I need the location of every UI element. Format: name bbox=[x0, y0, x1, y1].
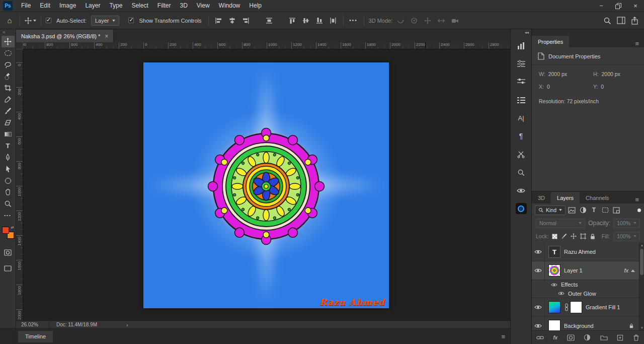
eye-icon[interactable] bbox=[558, 291, 565, 296]
share-button[interactable] bbox=[629, 15, 640, 27]
menu-type[interactable]: Type bbox=[105, 0, 127, 12]
layer-mask-thumbnail[interactable] bbox=[570, 301, 582, 313]
color-swatches[interactable]: ⇄ bbox=[2, 226, 14, 239]
properties-menu-icon[interactable]: ≡ bbox=[635, 40, 639, 47]
menu-select[interactable]: Select bbox=[127, 0, 152, 12]
toolbar-collapse[interactable]: » bbox=[0, 29, 16, 36]
marquee-tool[interactable] bbox=[2, 47, 15, 59]
visibility-toggle[interactable] bbox=[532, 261, 545, 280]
screen-mode-button[interactable] bbox=[2, 262, 15, 274]
add-layer-style-button[interactable]: fx bbox=[553, 334, 558, 340]
timeline-tab[interactable]: Timeline bbox=[18, 331, 53, 342]
layer-row-layer1[interactable]: Layer 1 fx bbox=[532, 261, 639, 280]
align-top-button[interactable] bbox=[287, 15, 298, 27]
brush-tool[interactable] bbox=[2, 105, 15, 117]
menu-layer[interactable]: Layer bbox=[80, 0, 105, 12]
eye-icon[interactable] bbox=[551, 283, 557, 287]
search-panel-button[interactable] bbox=[511, 163, 532, 181]
status-menu-chevron[interactable]: › bbox=[126, 322, 128, 328]
tab-channels[interactable]: Channels bbox=[580, 192, 615, 203]
layer-fx-badge[interactable]: fx bbox=[624, 267, 628, 273]
distribute-vertical-button[interactable] bbox=[264, 15, 275, 27]
add-layer-mask-button[interactable] bbox=[567, 334, 575, 341]
align-right-button[interactable] bbox=[240, 15, 252, 27]
move-tool[interactable] bbox=[2, 36, 15, 47]
quick-selection-tool[interactable] bbox=[2, 71, 15, 82]
libraries-panel-button[interactable] bbox=[511, 199, 532, 218]
close-icon[interactable]: × bbox=[105, 33, 108, 40]
opacity-dropdown[interactable]: 100% bbox=[613, 219, 640, 228]
more-tools[interactable]: ••• bbox=[2, 210, 15, 221]
align-middle-button[interactable] bbox=[300, 15, 311, 27]
eyedropper-tool[interactable] bbox=[2, 94, 15, 105]
shape-tool[interactable] bbox=[2, 175, 15, 186]
move-tool-preset[interactable] bbox=[25, 15, 36, 27]
filter-pixel-layers-button[interactable] bbox=[567, 205, 577, 215]
filter-type-layers-button[interactable]: T bbox=[589, 205, 599, 215]
filter-smart-objects-button[interactable] bbox=[611, 205, 621, 215]
filter-shape-layers-button[interactable] bbox=[600, 205, 610, 215]
distribute-horizontal-button[interactable] bbox=[328, 15, 339, 27]
menu-edit[interactable]: Edit bbox=[35, 0, 55, 12]
visibility-toggle[interactable] bbox=[532, 298, 545, 316]
timeline-menu-icon[interactable]: ≡ bbox=[501, 333, 505, 340]
document-canvas[interactable]: Razu Ahmed bbox=[143, 62, 389, 308]
zoom-level[interactable]: 26.02% bbox=[16, 321, 49, 328]
fill-dropdown[interactable]: 100% bbox=[613, 232, 640, 241]
info-panel-button[interactable] bbox=[511, 91, 532, 109]
3d-camera-button[interactable] bbox=[449, 15, 460, 27]
pen-tool[interactable] bbox=[2, 152, 15, 163]
hand-tool[interactable] bbox=[2, 186, 15, 198]
align-left-button[interactable] bbox=[213, 15, 224, 27]
3d-orbit-button[interactable] bbox=[395, 15, 406, 27]
more-align-options-button[interactable]: ••• bbox=[348, 15, 359, 27]
ruler-origin-corner[interactable] bbox=[16, 42, 23, 49]
tab-3d[interactable]: 3D bbox=[532, 192, 551, 203]
tab-layers[interactable]: Layers bbox=[551, 192, 580, 203]
menu-window[interactable]: Window bbox=[214, 0, 245, 12]
delete-layer-button[interactable] bbox=[633, 334, 639, 341]
path-select-tool[interactable] bbox=[2, 163, 15, 175]
scroll-down-icon[interactable]: ▼ bbox=[639, 326, 644, 329]
visibility-toggle[interactable] bbox=[532, 243, 545, 261]
chevron-up-icon[interactable] bbox=[631, 269, 635, 272]
home-button[interactable]: ⌂ bbox=[4, 15, 15, 27]
adjustments-panel-button[interactable] bbox=[511, 54, 532, 73]
scrollbar-thumb[interactable] bbox=[640, 249, 643, 275]
tab-properties[interactable]: Properties bbox=[532, 36, 569, 47]
layers-menu-icon[interactable]: ≡ bbox=[635, 196, 639, 203]
swap-colors-icon[interactable]: ⇄ bbox=[11, 226, 14, 229]
blend-mode-dropdown[interactable]: Normal bbox=[536, 219, 585, 228]
outer-glow-row[interactable]: Outer Glow bbox=[532, 289, 639, 298]
lock-pixels-button[interactable] bbox=[561, 233, 567, 239]
zoom-tool[interactable] bbox=[2, 198, 15, 210]
new-group-button[interactable] bbox=[600, 334, 608, 340]
search-button[interactable] bbox=[602, 15, 613, 27]
filter-adjustment-layers-button[interactable] bbox=[578, 205, 588, 215]
add-adjustment-layer-button[interactable] bbox=[584, 334, 591, 341]
lasso-tool[interactable] bbox=[2, 59, 15, 71]
align-center-h-button[interactable] bbox=[227, 15, 238, 27]
collapse-panels-icon[interactable]: ◂◂ bbox=[511, 29, 531, 36]
layer-row-background[interactable]: Background bbox=[532, 317, 639, 330]
document-tab[interactable]: Naksha 3.psd @ 26% (RGB/8) * × bbox=[16, 30, 114, 42]
menu-file[interactable]: File bbox=[17, 0, 35, 12]
crop-tool[interactable] bbox=[2, 82, 15, 94]
navigator-panel-button[interactable] bbox=[511, 181, 532, 199]
layer-row-gradient[interactable]: Gradient Fill 1 bbox=[532, 298, 639, 317]
lock-transparency-button[interactable] bbox=[552, 234, 557, 239]
3d-pan-button[interactable] bbox=[422, 15, 433, 27]
menu-image[interactable]: Image bbox=[55, 0, 80, 12]
auto-select-dropdown[interactable]: Layer bbox=[91, 16, 120, 26]
align-bottom-button[interactable] bbox=[314, 15, 325, 27]
histogram-panel-button[interactable] bbox=[511, 36, 532, 54]
ruler-left[interactable]: 0200400600800100012001400160018002000 bbox=[16, 49, 23, 320]
menu-view[interactable]: View bbox=[192, 0, 214, 12]
3d-slide-button[interactable] bbox=[436, 15, 447, 27]
3d-roll-button[interactable] bbox=[409, 15, 420, 27]
foreground-color-swatch[interactable] bbox=[2, 227, 9, 234]
lock-artboard-button[interactable] bbox=[580, 233, 586, 239]
layer-thumbnail[interactable] bbox=[548, 264, 560, 277]
ruler-top[interactable]: 0080060040020002004006008001000120014001… bbox=[23, 42, 510, 49]
styles-panel-button[interactable] bbox=[511, 73, 532, 91]
